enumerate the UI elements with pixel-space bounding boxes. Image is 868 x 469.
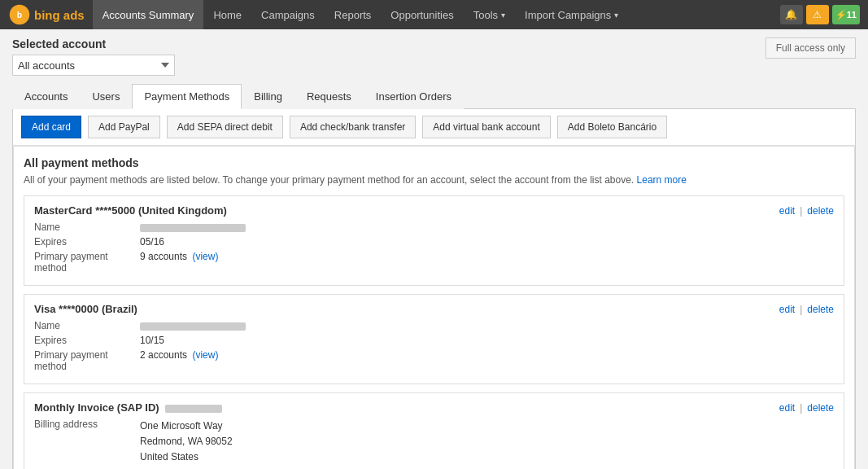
account-dropdown[interactable]: All accounts	[12, 55, 175, 76]
tools-chevron-icon: ▾	[501, 11, 505, 20]
mastercard-name-redacted	[140, 224, 246, 232]
import-chevron-icon: ▾	[614, 11, 618, 20]
visa-view-link[interactable]: (view)	[192, 349, 218, 361]
invoice-title: Monthly Invoice (SAP ID)	[34, 401, 159, 414]
mastercard-actions: edit | delete	[779, 205, 834, 217]
invoice-actions: edit | delete	[779, 402, 834, 414]
payment-card-mastercard: MasterCard ****5000 (United Kingdom) edi…	[24, 195, 844, 286]
selected-account-left: Selected account All accounts	[12, 37, 175, 76]
visa-expires-value: 10/15	[140, 335, 164, 346]
nav-campaigns[interactable]: Campaigns	[251, 0, 325, 29]
add-virtual-button[interactable]: Add virtual bank account	[422, 116, 550, 138]
invoice-edit-link[interactable]: edit	[779, 402, 795, 414]
nav-opportunities[interactable]: Opportunities	[381, 0, 463, 29]
invoice-title-redacted	[165, 405, 222, 413]
learn-more-link[interactable]: Learn more	[637, 174, 687, 186]
nav-links: Accounts Summary Home Campaigns Reports …	[93, 0, 780, 29]
tab-users[interactable]: Users	[80, 84, 132, 109]
payment-card-visa: Visa ****0000 (Brazil) edit | delete Nam…	[24, 294, 844, 384]
mastercard-header: MasterCard ****5000 (United Kingdom) edi…	[34, 204, 834, 217]
mastercard-delete-link[interactable]: delete	[807, 205, 834, 217]
nav-import-campaigns[interactable]: Import Campaigns ▾	[515, 0, 628, 29]
invoice-billing-field: Billing address One Microsoft WayRedmond…	[34, 419, 834, 466]
action-bar: Add card Add PayPal Add SEPA direct debi…	[13, 109, 855, 146]
notification-icon-button[interactable]: 🔔	[780, 5, 803, 24]
mastercard-expires-value: 05/16	[140, 236, 164, 248]
add-paypal-button[interactable]: Add PayPal	[88, 116, 160, 138]
nav-tools[interactable]: Tools ▾	[464, 0, 515, 29]
nav-accounts-summary[interactable]: Accounts Summary	[93, 0, 204, 29]
visa-header: Visa ****0000 (Brazil) edit | delete	[34, 303, 834, 315]
tab-insertion-orders[interactable]: Insertion Orders	[364, 84, 464, 109]
add-boleto-button[interactable]: Add Boleto Bancário	[557, 116, 667, 138]
visa-primary-field: Primary payment method 2 accounts (view)	[34, 349, 834, 372]
mastercard-view-link[interactable]: (view)	[192, 251, 218, 262]
nav-right: 🔔 ⚠ ⚡⚡1111	[780, 5, 860, 24]
visa-expires-field: Expires 10/15	[34, 335, 834, 346]
page-body: Selected account All accounts Full acces…	[0, 29, 868, 469]
tab-billing[interactable]: Billing	[242, 84, 294, 109]
tab-bar: Accounts Users Payment Methods Billing R…	[12, 84, 856, 109]
add-card-button[interactable]: Add card	[21, 116, 81, 138]
selected-account-label: Selected account	[12, 37, 175, 50]
tab-accounts[interactable]: Accounts	[12, 84, 80, 109]
svg-text:b: b	[17, 10, 22, 20]
content-area: All payment methods All of your payment …	[13, 146, 855, 469]
invoice-header: Monthly Invoice (SAP ID) edit | delete	[34, 401, 834, 414]
section-title: All payment methods	[24, 156, 844, 169]
mastercard-primary-field: Primary payment method 9 accounts (view)	[34, 251, 834, 274]
invoice-delete-link[interactable]: delete	[807, 402, 834, 414]
visa-edit-link[interactable]: edit	[779, 304, 795, 315]
bing-ads-logo-icon: b	[8, 3, 31, 26]
logo-text: bing ads	[34, 8, 85, 22]
alert-count-button[interactable]: ⚡⚡1111	[832, 5, 860, 24]
mastercard-name-field: Name	[34, 221, 834, 233]
visa-actions: edit | delete	[779, 304, 834, 315]
mastercard-edit-link[interactable]: edit	[779, 205, 795, 217]
tab-content-wrapper: Add card Add PayPal Add SEPA direct debi…	[12, 109, 856, 469]
visa-name-redacted	[140, 322, 246, 331]
full-access-button[interactable]: Full access only	[765, 37, 856, 59]
payment-card-invoice: Monthly Invoice (SAP ID) edit | delete B…	[24, 392, 844, 469]
mastercard-title: MasterCard ****5000 (United Kingdom)	[34, 204, 227, 217]
visa-name-field: Name	[34, 320, 834, 331]
add-sepa-button[interactable]: Add SEPA direct debit	[167, 116, 283, 138]
add-check-button[interactable]: Add check/bank transfer	[290, 116, 416, 138]
mastercard-expires-field: Expires 05/16	[34, 236, 834, 248]
section-subtitle: All of your payment methods are listed b…	[24, 174, 844, 186]
nav-reports[interactable]: Reports	[325, 0, 382, 29]
nav-home[interactable]: Home	[203, 0, 251, 29]
tab-payment-methods[interactable]: Payment Methods	[132, 84, 242, 109]
mastercard-accounts-count: 9 accounts	[140, 251, 187, 262]
visa-title: Visa ****0000 (Brazil)	[34, 303, 137, 315]
full-access-area: Full access only	[765, 37, 856, 59]
logo-area: b bing ads	[8, 3, 85, 26]
warning-icon-button[interactable]: ⚠	[806, 5, 829, 24]
tab-requests[interactable]: Requests	[294, 84, 364, 109]
visa-delete-link[interactable]: delete	[807, 304, 834, 315]
visa-accounts-count: 2 accounts	[140, 349, 187, 361]
top-nav: b bing ads Accounts Summary Home Campaig…	[0, 0, 868, 29]
selected-account-section: Selected account All accounts Full acces…	[12, 37, 856, 76]
